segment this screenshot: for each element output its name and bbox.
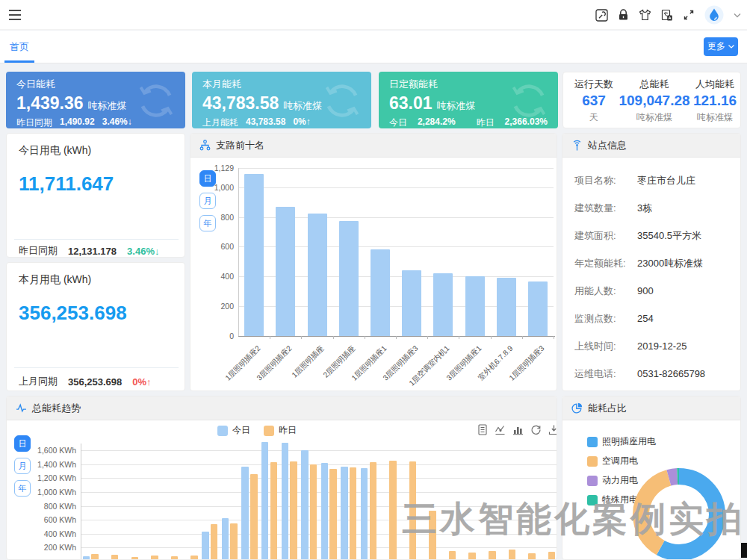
bar-yesterday: [91, 554, 99, 560]
bar-yesterday: [449, 551, 456, 560]
water-drop-logo[interactable]: [704, 5, 724, 25]
kpi-value: 43,783.58: [202, 93, 279, 113]
today-electricity-card: 今日用电 (kWh) 11,711.647 昨日同期 12,131.178 3.…: [6, 133, 185, 258]
stat-label: 人均能耗: [690, 78, 740, 91]
x-axis-tick: [522, 336, 523, 339]
x-axis-tick: [459, 336, 459, 339]
site-info-row: 运维电话:0531-82665798: [574, 360, 733, 388]
bar-yesterday: [350, 467, 357, 560]
recycle-icon: [320, 79, 364, 122]
theme-shirt-icon[interactable]: [639, 9, 651, 21]
y-axis-tick-label: 1,600 KWh: [33, 446, 76, 455]
bar: [371, 249, 390, 336]
bar: [528, 281, 548, 336]
bar-yesterday: [489, 551, 496, 560]
divider: [14, 367, 179, 368]
bar-yesterday: [528, 553, 536, 560]
fullscreen-icon[interactable]: [683, 9, 695, 21]
tools-icon[interactable]: [595, 9, 608, 22]
y-axis-line: [238, 168, 239, 336]
site-info-value: 3栋: [637, 202, 652, 215]
bar-today: [341, 467, 348, 560]
stat-total-energy: 总能耗 109,047.28 吨标准煤: [616, 72, 693, 124]
legend-swatch: [587, 495, 598, 505]
gridline: [238, 187, 554, 188]
kpi-value: 1,439.36: [16, 93, 84, 113]
kpi-unit: 吨标准煤: [283, 100, 322, 111]
bar: [276, 207, 295, 336]
usage-value: 11,711.647: [19, 172, 114, 196]
recycle-icon: [134, 79, 178, 122]
bar-today: [301, 450, 309, 560]
y-axis-tick-label: 1,400 KWh: [33, 460, 76, 469]
x-axis-tick: [270, 336, 270, 339]
gridline: [238, 168, 554, 169]
site-info-label: 建筑面积:: [574, 229, 637, 243]
site-info-panel: 站点信息 项目名称:枣庄市台儿庄建筑数量:3栋建筑面积:35540.5平方米年定…: [562, 133, 741, 391]
kpi-unit: 吨标准煤: [437, 100, 476, 111]
kpi-sub-delta: 0%↑: [293, 116, 310, 128]
kpi-sub-label: 今日占比:: [389, 116, 410, 128]
bar: [308, 214, 327, 336]
stat-running-days: 运行天数 637 天: [568, 72, 620, 124]
bar-yesterday: [171, 556, 179, 560]
lock-icon[interactable]: [618, 9, 629, 21]
legend-item-空调用电[interactable]: 空调用电: [587, 455, 656, 467]
y-axis-tick-label: 0: [192, 332, 234, 340]
legend-swatch: [587, 476, 598, 486]
chevron-down-icon[interactable]: [734, 13, 741, 18]
usage-title: 今日用电 (kWh): [19, 144, 91, 158]
legend-label: 照明插座用电: [602, 435, 656, 448]
y-axis-tick-label: 400 KWh: [33, 529, 76, 538]
menu-icon[interactable]: [9, 10, 21, 23]
panel-header: 能耗占比: [562, 396, 740, 420]
site-info-value: 254: [637, 313, 654, 324]
tab-home-label: 首页: [10, 40, 29, 54]
bar-today: [282, 443, 289, 560]
compare-delta: 3.46%↓: [127, 246, 159, 257]
more-button[interactable]: 更多: [704, 37, 738, 56]
energy-trend-panel: 总能耗趋势 日月年 今日昨日 1,600 KWh1,400 KWh1,200 K…: [6, 396, 557, 560]
bar-yesterday: [429, 511, 436, 560]
bar-today: [321, 463, 329, 560]
x-axis-tick: [491, 336, 492, 339]
site-info-value: 900: [637, 285, 654, 296]
site-info-label: 年定额能耗:: [574, 257, 637, 270]
site-info-row: 项目名称:枣庄市台儿庄: [574, 167, 733, 194]
bar-yesterday: [211, 524, 218, 560]
y-axis-tick-label: 1,200 KWh: [33, 473, 76, 482]
site-info-label: 用能人数:: [574, 284, 637, 298]
kpi-card-month-energy: 本月能耗 43,783.58吨标准煤 上月能耗43,783.580%↑: [192, 72, 371, 128]
x-axis-tick: [333, 336, 334, 339]
gridline: [81, 478, 557, 479]
energy-share-donut: [627, 468, 731, 560]
bar: [433, 273, 453, 336]
language-card-icon[interactable]: [661, 9, 673, 22]
panel-title: 能耗占比: [588, 402, 627, 415]
x-axis-tick: [427, 336, 428, 339]
stat-label: 运行天数: [568, 78, 620, 91]
bar: [497, 278, 516, 336]
bar-yesterday: [131, 557, 139, 560]
bar-yesterday: [509, 550, 516, 560]
bar-yesterday: [270, 462, 278, 560]
bar-today: [361, 468, 368, 560]
kpi-sub-delta: 3.46%↓: [102, 116, 132, 128]
bar-yesterday: [230, 523, 238, 560]
month-electricity-card: 本月用电 (kWh) 356,253.698 上月同期 356,253.698 …: [6, 262, 185, 391]
branch-top10-chart: 1,1291,00080060040020001层照明插座23层照明插座21层照…: [190, 134, 557, 391]
bar-today: [222, 518, 229, 560]
donut-chart: [627, 468, 731, 560]
y-axis-tick-label: 800: [192, 213, 234, 222]
x-axis-tick: [365, 336, 365, 339]
dashboard-root: 首页 更多 今日能耗 1,439.36吨标准煤 昨日同期1,490.923.46…: [0, 0, 747, 560]
legend-item-照明插座用电[interactable]: 照明插座用电: [587, 435, 656, 448]
compare-value: 12,131.178: [68, 246, 117, 257]
stat-value: 121.16: [690, 93, 740, 109]
usage-title: 本月用电 (kWh): [19, 273, 91, 287]
compare-label: 上月同期: [19, 375, 58, 388]
bar-yesterday: [250, 474, 258, 560]
kpi-unit: 吨标准煤: [88, 100, 127, 111]
tab-home[interactable]: 首页: [4, 31, 34, 63]
x-axis-tick: [554, 336, 554, 339]
